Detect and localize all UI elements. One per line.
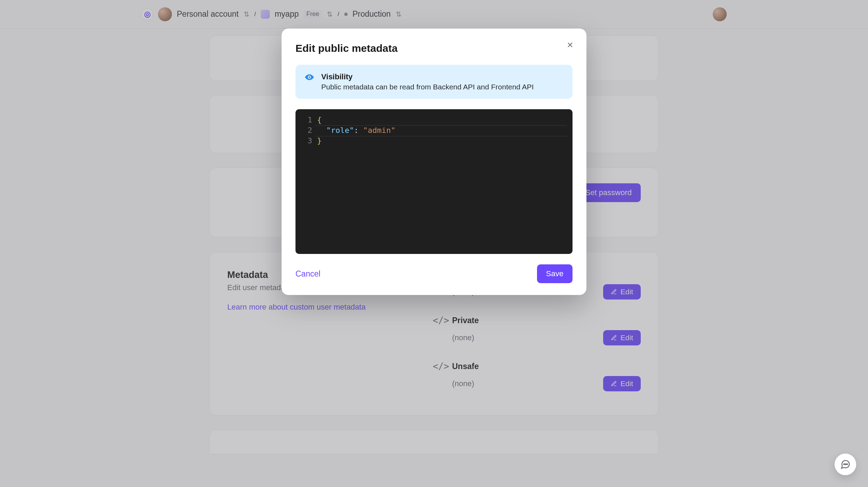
save-button[interactable]: Save <box>537 264 573 283</box>
editor-code-area[interactable]: { "role": "admin"} <box>317 115 573 254</box>
svg-point-2 <box>845 464 846 465</box>
svg-point-1 <box>844 464 845 465</box>
close-icon: × <box>567 39 573 50</box>
chat-icon <box>840 459 851 470</box>
modal-title: Edit public metadata <box>295 42 573 54</box>
modal-overlay[interactable]: Edit public metadata × Visibility Public… <box>0 0 868 487</box>
eye-icon <box>305 72 314 82</box>
visibility-notice: Visibility Public metadata can be read f… <box>295 65 573 99</box>
notice-description: Public metadata can be read from Backend… <box>321 83 534 91</box>
save-button-label: Save <box>546 269 563 278</box>
support-chat-button[interactable] <box>835 454 856 475</box>
svg-point-0 <box>309 77 310 78</box>
json-editor[interactable]: 123 { "role": "admin"} <box>295 109 573 254</box>
close-modal-button[interactable]: × <box>564 39 576 51</box>
svg-point-3 <box>847 464 848 465</box>
edit-metadata-modal: Edit public metadata × Visibility Public… <box>282 29 586 295</box>
notice-title: Visibility <box>321 72 534 81</box>
editor-gutter: 123 <box>295 115 317 254</box>
cancel-button[interactable]: Cancel <box>295 269 321 279</box>
